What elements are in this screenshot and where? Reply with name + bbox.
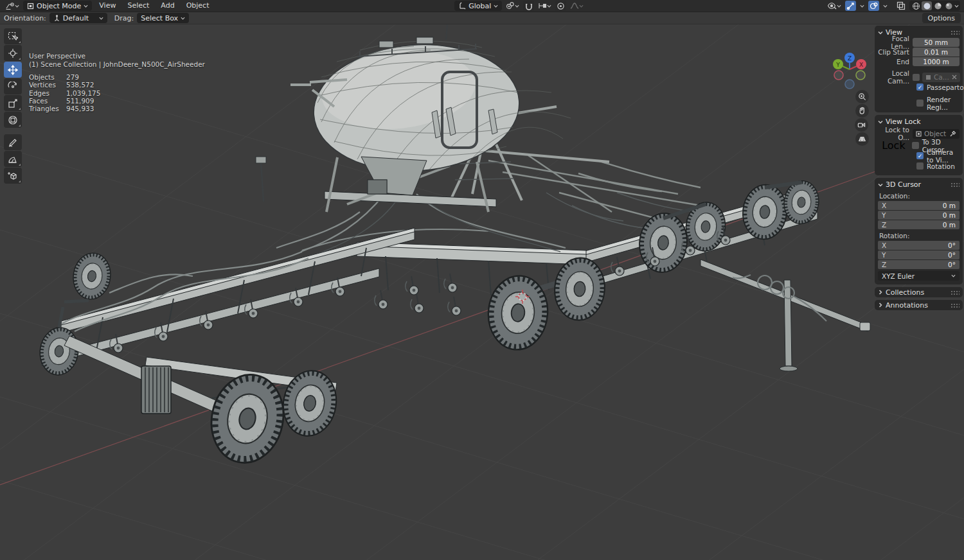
overlays-dropdown[interactable]: [882, 1, 889, 11]
lock-rotation-checkbox[interactable]: [916, 162, 924, 170]
proportional-falloff-button: [569, 1, 585, 11]
axis-icon: [53, 15, 60, 22]
shading-rendered-button[interactable]: [943, 1, 954, 10]
solid-shading-icon: [923, 2, 931, 10]
clip-end-field[interactable]: 1000 m: [913, 57, 960, 66]
tool-move[interactable]: [4, 62, 22, 78]
pivot-point-button[interactable]: [504, 1, 521, 11]
menu-object[interactable]: Object: [182, 0, 214, 12]
snap-target-button[interactable]: [537, 1, 553, 11]
lock-to-cursor-checkbox[interactable]: [912, 142, 919, 149]
camera-data-icon: [925, 74, 931, 80]
panel-view: View Focal Len... 50 mm Clip Start 0.01 …: [875, 26, 963, 112]
transform-orientation-selector[interactable]: Global: [454, 1, 502, 11]
cursor-rotation-x[interactable]: X 0°: [878, 241, 960, 250]
visibility-eye-icon: [827, 2, 837, 10]
overlays-icon: [870, 2, 878, 10]
tool-rotate[interactable]: [4, 78, 22, 94]
menu-select[interactable]: Select: [123, 0, 154, 12]
snap-toggle-button[interactable]: [523, 1, 534, 11]
lock-object-field[interactable]: Object: [913, 129, 960, 139]
xray-toggle-button[interactable]: [895, 1, 907, 11]
local-camera-field: Ca...: [922, 73, 960, 82]
shading-wireframe-button[interactable]: [911, 1, 921, 10]
local-camera-checkbox[interactable]: [913, 74, 920, 81]
rotation-mode-dropdown[interactable]: XYZ Euler: [878, 271, 960, 281]
tool-measure[interactable]: [4, 151, 22, 167]
drag-handle[interactable]: [951, 30, 960, 35]
gizmo-minus-y-axis: [856, 71, 865, 80]
editor-type-button[interactable]: [4, 1, 21, 11]
object-mode-icon: [30, 4, 31, 6]
drag-handle[interactable]: [951, 290, 960, 295]
hand-icon: [858, 107, 866, 115]
object-visibility-button[interactable]: [826, 1, 843, 11]
active-collection-label: (1) Scene Collection | JohnDeere_N500C_A…: [29, 60, 205, 69]
clear-icon: [952, 74, 957, 80]
3d-viewport[interactable]: User Perspective (1) Scene Collection | …: [0, 24, 964, 560]
tool-add-cube[interactable]: [4, 168, 22, 184]
cursor-location-x[interactable]: X 0 m: [878, 201, 960, 210]
orientation-label: Orientation:: [4, 14, 46, 22]
options-button[interactable]: Options: [922, 13, 961, 23]
drag-label: Drag:: [114, 14, 134, 22]
drag-handle[interactable]: [951, 303, 960, 308]
cursor-location-y[interactable]: Y 0 m: [878, 211, 960, 220]
panel-view-lock-header[interactable]: View Lock: [878, 117, 960, 127]
cursor-rotation-z[interactable]: Z 0°: [878, 260, 960, 269]
panel-annotations[interactable]: Annotations: [875, 300, 963, 310]
drag-dropdown[interactable]: Select Box: [137, 13, 189, 23]
wireframe-icon: [912, 2, 920, 10]
shading-mode-group: [909, 1, 960, 11]
orientation-label: Global: [469, 2, 491, 10]
object-data-icon: [916, 131, 922, 137]
zoom-button[interactable]: [855, 90, 869, 103]
render-region-checkbox[interactable]: [916, 100, 924, 107]
pivot-point-icon: [506, 1, 515, 10]
drag-handle[interactable]: [951, 182, 960, 187]
view-perspective-label: User Perspective: [29, 52, 205, 60]
panel-collections[interactable]: Collections: [875, 287, 963, 297]
tool-annotate[interactable]: [4, 134, 22, 150]
material-preview-icon: [934, 2, 942, 10]
tool-cursor[interactable]: [4, 45, 22, 61]
gizmo-minus-x-axis: [834, 71, 843, 80]
svg-text:X: X: [859, 62, 863, 68]
camera-view-button[interactable]: [855, 118, 868, 132]
camera-icon: [857, 121, 866, 129]
gizmos-dropdown[interactable]: [859, 1, 866, 11]
orientation-dropdown[interactable]: Default: [49, 13, 107, 23]
proportional-editing-button[interactable]: [555, 1, 566, 11]
perspective-toggle-button[interactable]: [855, 132, 869, 146]
cursor-rotation-y[interactable]: Y 0°: [878, 250, 960, 259]
cursor-location-z[interactable]: Z 0 m: [878, 220, 960, 229]
camera-to-view-checkbox[interactable]: ✓: [916, 152, 924, 159]
tool-transform[interactable]: [4, 112, 22, 128]
snap-target-icon: [538, 2, 547, 10]
eyedropper-icon: [950, 130, 956, 137]
gizmos-toggle-button[interactable]: [845, 1, 856, 11]
clip-start-field[interactable]: 0.01 m: [913, 48, 960, 57]
snap-magnet-icon: [524, 2, 533, 10]
passepartout-checkbox[interactable]: ✓: [916, 83, 924, 91]
mode-label: Object Mode: [37, 2, 81, 10]
proportional-editing-icon: [557, 2, 565, 10]
xray-icon: [897, 1, 906, 10]
menu-view[interactable]: View: [94, 0, 120, 12]
pan-button[interactable]: [855, 104, 869, 118]
panel-view-lock: View Lock Lock to O... Object Lock To 3D…: [875, 115, 963, 175]
navigation-gizmo[interactable]: Z Y X: [828, 50, 871, 90]
overlays-toggle-button[interactable]: [868, 1, 879, 11]
shading-solid-button[interactable]: [922, 1, 932, 10]
tool-scale[interactable]: [4, 95, 22, 111]
mode-selector[interactable]: Object Mode: [23, 1, 92, 11]
orientation-value: Default: [63, 14, 96, 22]
panel-3d-cursor: 3D Cursor Location: X 0 m Y 0 m Z 0 m Ro…: [875, 178, 963, 284]
falloff-curve-icon: [570, 2, 579, 10]
focal-length-field[interactable]: 50 mm: [913, 38, 960, 47]
menu-add[interactable]: Add: [156, 0, 179, 12]
tool-select-box[interactable]: [4, 28, 22, 44]
panel-3d-cursor-header[interactable]: 3D Cursor: [878, 180, 960, 189]
shading-material-button[interactable]: [933, 1, 943, 10]
toolbar: [4, 28, 22, 184]
